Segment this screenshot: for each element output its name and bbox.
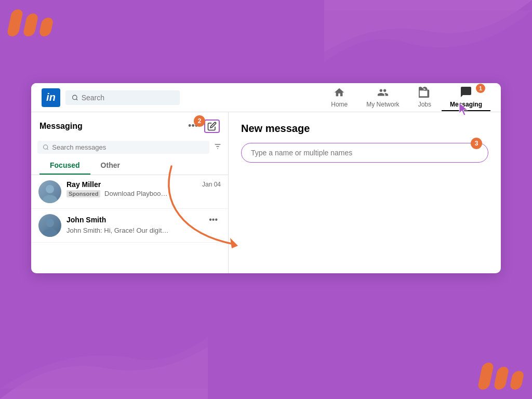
stripe-5 bbox=[493, 367, 509, 390]
search-messages-icon bbox=[43, 144, 49, 151]
john-smith-more-button[interactable]: ••• bbox=[206, 214, 221, 225]
messaging-panel-header: Messaging ••• 2 bbox=[31, 112, 228, 138]
step3-badge: 3 bbox=[471, 138, 482, 149]
network-icon bbox=[377, 87, 389, 100]
jobs-icon bbox=[419, 87, 430, 100]
search-messages-box[interactable] bbox=[37, 141, 209, 154]
message-preview-ray-miller: Sponsored Download Playbook: Getting To … bbox=[66, 190, 170, 197]
recipient-input-wrap: 3 bbox=[241, 143, 488, 163]
nav-home[interactable]: Home bbox=[323, 85, 356, 110]
tab-focused[interactable]: Focused bbox=[39, 157, 90, 175]
filter-button[interactable] bbox=[214, 142, 222, 153]
message-content-ray-miller: Ray Miller Jan 04 Sponsored Download Pla… bbox=[66, 180, 221, 197]
new-message-title: New message bbox=[241, 123, 488, 135]
svg-point-10 bbox=[46, 219, 54, 227]
stripe-6 bbox=[509, 371, 525, 390]
brand-logo-topleft bbox=[9, 9, 52, 36]
messaging-nav-label: Messaging bbox=[450, 101, 482, 108]
messaging-tabs: Focused Other bbox=[31, 157, 228, 175]
network-label: My Network bbox=[366, 101, 399, 108]
search-input[interactable] bbox=[82, 94, 174, 102]
avatar-john-smith bbox=[38, 214, 61, 237]
jobs-label: Jobs bbox=[418, 101, 431, 108]
svg-line-1 bbox=[76, 99, 77, 100]
stripe-3 bbox=[38, 18, 54, 36]
compose-button[interactable] bbox=[204, 119, 220, 133]
home-icon bbox=[334, 87, 345, 100]
compose-button-wrap: 2 bbox=[204, 119, 220, 133]
search-messages-input[interactable] bbox=[52, 143, 204, 151]
svg-point-8 bbox=[46, 185, 54, 193]
sender-name-ray-miller: Ray Miller bbox=[66, 180, 101, 189]
search-messages-row bbox=[31, 138, 228, 157]
messaging-left-panel: Messaging ••• 2 bbox=[31, 112, 229, 273]
header-nav: Home My Network Jobs bbox=[323, 84, 490, 111]
home-label: Home bbox=[331, 101, 348, 108]
avatar-ray-miller bbox=[38, 180, 61, 203]
message-list: Ray Miller Jan 04 Sponsored Download Pla… bbox=[31, 175, 228, 273]
svg-point-9 bbox=[43, 195, 57, 203]
messaging-icon bbox=[460, 86, 472, 100]
search-icon bbox=[72, 94, 78, 101]
svg-point-11 bbox=[43, 229, 57, 237]
sponsored-badge: Sponsored bbox=[66, 190, 100, 197]
linkedin-card: in Home bbox=[31, 83, 501, 273]
stripe-4 bbox=[477, 363, 494, 390]
global-search-box[interactable] bbox=[65, 90, 180, 105]
nav-messaging[interactable]: 1 Messaging bbox=[442, 84, 490, 111]
messaging-panel-title: Messaging bbox=[39, 122, 83, 131]
brand-logo-bottomright bbox=[480, 363, 523, 390]
stripe-2 bbox=[22, 14, 38, 36]
message-top-ray-miller: Ray Miller Jan 04 bbox=[66, 180, 221, 189]
panel-header-icons: ••• 2 bbox=[186, 118, 220, 134]
step2-badge: 2 bbox=[194, 115, 205, 127]
new-message-panel: New message 3 bbox=[229, 112, 501, 273]
sender-name-john-smith: John Smith bbox=[66, 216, 106, 224]
svg-point-0 bbox=[73, 95, 77, 99]
message-preview-john-smith: John Smith: Hi, Grace! Our digital growt… bbox=[66, 227, 170, 234]
nav-jobs[interactable]: Jobs bbox=[410, 85, 440, 110]
nav-my-network[interactable]: My Network bbox=[358, 85, 407, 110]
svg-line-4 bbox=[47, 149, 48, 150]
messaging-body: Messaging ••• 2 bbox=[31, 112, 501, 273]
tab-other[interactable]: Other bbox=[90, 157, 130, 175]
message-item-ray-miller[interactable]: Ray Miller Jan 04 Sponsored Download Pla… bbox=[31, 175, 228, 209]
linkedin-header: in Home bbox=[31, 83, 501, 112]
messaging-badge: 1 bbox=[476, 84, 485, 93]
message-item-john-smith[interactable]: John Smith ••• John Smith: Hi, Grace! Ou… bbox=[31, 209, 228, 243]
svg-point-3 bbox=[44, 145, 48, 149]
message-top-john-smith: John Smith ••• bbox=[66, 214, 221, 225]
message-date-ray-miller: Jan 04 bbox=[202, 181, 221, 188]
recipient-input[interactable] bbox=[241, 143, 488, 163]
message-content-john-smith: John Smith ••• John Smith: Hi, Grace! Ou… bbox=[66, 214, 221, 234]
linkedin-logo: in bbox=[42, 88, 60, 107]
stripe-1 bbox=[6, 9, 23, 36]
